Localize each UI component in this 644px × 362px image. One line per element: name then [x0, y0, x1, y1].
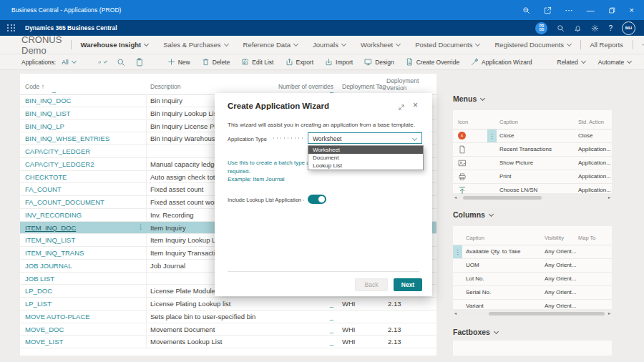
menus-row[interactable]: ⋮Show PictureApplication... — [453, 157, 612, 170]
overrides-link[interactable]: _ — [263, 326, 333, 333]
row-handle-icon[interactable]: ⋮ — [453, 245, 462, 258]
columns-row[interactable]: ⋮Available Qty. to TakeAny Orient... — [453, 245, 612, 259]
dropdown-option-lookup-list[interactable]: Lookup List — [308, 162, 423, 170]
edit-list-button[interactable]: Edit List — [241, 58, 273, 66]
column-header-code[interactable]: Code ↑ — [25, 83, 44, 90]
design-button[interactable]: Design — [364, 58, 394, 66]
minimize-icon[interactable]: — — [587, 6, 595, 14]
application-code-link[interactable]: MOVE AUTO-PLACE — [25, 313, 90, 321]
include-lookup-list-toggle[interactable] — [308, 195, 326, 204]
application-code-link[interactable]: CAPACITY_LEDGER2 — [25, 160, 94, 168]
settings-gear-icon[interactable] — [591, 24, 599, 32]
next-button[interactable]: Next — [394, 278, 422, 291]
table-row[interactable]: MOVE_DOC⋮Movement Document_WHI2.13 — [20, 323, 436, 336]
scroll-left-icon[interactable]: ◂ — [454, 310, 457, 316]
nav-item-worksheet[interactable]: Worksheet — [361, 41, 400, 49]
application-code-link[interactable]: LP_LIST — [25, 300, 52, 308]
application-code-link[interactable]: BIN_INQ_DOC — [25, 97, 71, 104]
menus-section-heading[interactable]: Menus — [453, 94, 484, 103]
nav-item-sales-purchases[interactable]: Sales & Purchases — [163, 41, 228, 49]
application-code-link[interactable]: LP_DOC — [25, 287, 52, 295]
scrollbar-thumb[interactable] — [489, 312, 605, 315]
scroll-right-icon[interactable]: ▸ — [608, 195, 610, 200]
factboxes-section-heading[interactable]: Factboxes — [453, 328, 498, 336]
application-code-link[interactable]: MOVE_LIST — [25, 338, 63, 346]
table-row[interactable]: MOVE_LIST⋮Movements Lookup List_WHI2.13 — [20, 336, 436, 348]
application-code-link[interactable]: JOB JOURNAL — [25, 262, 72, 270]
application-code-link[interactable]: ITEM_INQ_TRANS — [25, 249, 84, 257]
action-label: Design — [375, 59, 394, 66]
application-code-link[interactable]: MOVE_DOC — [25, 326, 64, 333]
application-type-combobox[interactable]: Worksheet — [308, 132, 422, 144]
column-header-overrides[interactable]: Number of overrides — [256, 83, 333, 90]
delete-button[interactable]: Delete — [202, 58, 230, 66]
more-icon[interactable]: ⋯ — [565, 6, 573, 14]
nav-item-posted-documents[interactable]: Posted Documents — [415, 41, 479, 49]
overrides-link[interactable]: _ — [263, 300, 333, 308]
scroll-right-icon[interactable]: ▸ — [608, 310, 610, 316]
view-filter-all[interactable]: All — [62, 59, 75, 66]
column-header-deployment-version[interactable]: DeploymentVersion — [386, 77, 419, 92]
menus-header-icon: Icon — [458, 119, 468, 125]
application-code-link[interactable]: BIN_INQ_WHSE_ENTRIES — [25, 134, 109, 142]
scrollbar-thumb[interactable] — [463, 196, 542, 200]
row-handle-icon[interactable]: ⋮ — [487, 129, 497, 142]
application-code-link[interactable]: CAPACITY_LEDGER — [25, 147, 90, 155]
column-header-description[interactable]: Description — [150, 83, 181, 90]
nav-item-all-reports[interactable]: All Reports — [590, 41, 623, 49]
automate-menu[interactable]: Automate — [598, 59, 631, 66]
dropdown-option-document[interactable]: Document — [308, 154, 423, 162]
application-code-link[interactable]: CHECKTOTE — [25, 173, 67, 181]
nav-item-journals[interactable]: Journals — [313, 41, 346, 49]
dialog-close-icon[interactable]: × — [413, 100, 418, 110]
application-code-link[interactable]: BIN_INQ_LP — [25, 122, 64, 130]
application-code-link[interactable]: BIN_INQ_LIST — [25, 109, 70, 117]
nav-item-warehouse-insight[interactable]: Warehouse Insight — [81, 41, 149, 49]
nav-item-reference-data[interactable]: Reference Data — [243, 41, 298, 49]
company-name[interactable]: CRONUS Demo — [21, 34, 62, 56]
overrides-link[interactable]: _ — [263, 338, 333, 346]
application-code-link[interactable]: FA_COUNT — [25, 185, 62, 193]
columns-row[interactable]: ⋮Lot No.Any Orient... — [453, 273, 612, 286]
zoom-out-icon[interactable] — [522, 6, 530, 14]
app-launcher-icon[interactable] — [7, 24, 16, 31]
search-list-icon[interactable] — [117, 58, 125, 67]
application-code-link[interactable]: INV_RECORDING — [25, 211, 82, 219]
close-icon[interactable]: × — [630, 6, 634, 14]
export-button[interactable]: Export — [286, 58, 314, 66]
menus-row[interactable]: ⋮Recent TransactionsApplication... — [453, 143, 612, 157]
dialog-expand-icon[interactable] — [398, 104, 405, 111]
views-icon[interactable] — [98, 58, 107, 67]
new-button[interactable]: New — [167, 58, 190, 66]
analysis-clipboard-icon[interactable] — [135, 58, 144, 67]
column-header-deployment-tag[interactable]: Deployment Tag — [342, 83, 386, 90]
scroll-left-icon[interactable]: ◂ — [454, 195, 457, 200]
columns-section-heading[interactable]: Columns — [453, 210, 493, 219]
row-handle-icon[interactable]: ⋮ — [137, 223, 144, 230]
restore-icon[interactable] — [608, 6, 616, 14]
notifications-bell-icon[interactable] — [574, 24, 582, 32]
menus-row[interactable]: ×⋮CloseClose — [453, 129, 612, 143]
popout-icon[interactable] — [544, 6, 552, 14]
search-icon[interactable] — [557, 24, 565, 32]
table-row[interactable]: LP_LIST⋮License Plating Lookup list_WHI2… — [20, 298, 436, 310]
columns-row[interactable]: ⋮Serial No.Any Orient... — [453, 286, 612, 300]
nav-item-registered-documents[interactable]: Registered Documents — [494, 41, 571, 49]
application-code-link[interactable]: JOB LIST — [25, 275, 54, 283]
columns-row[interactable]: ⋮UOMAny Orient... — [453, 259, 612, 273]
application-code-link[interactable]: ITEM_INQ_DOC — [25, 224, 76, 232]
create-override-button[interactable]: Create Override — [406, 58, 459, 66]
table-row[interactable]: MOVE AUTO-PLACE⋮Sets place bin to user-s… — [20, 310, 436, 323]
help-icon[interactable]: ? — [608, 24, 613, 32]
overrides-link[interactable]: _ — [263, 313, 333, 321]
import-button[interactable]: Import — [325, 58, 353, 66]
application-wizard-button[interactable]: Application Wizard — [471, 58, 532, 66]
menus-row[interactable]: ⋮PrintApplication... — [453, 170, 612, 184]
user-avatar[interactable]: MH — [622, 21, 635, 35]
back-button[interactable]: Back — [355, 278, 388, 291]
application-code-link[interactable]: ITEM_INQ_LIST — [25, 236, 75, 244]
environment-badge[interactable]: PR OD — [535, 22, 547, 34]
related-menu[interactable]: Related — [557, 59, 585, 66]
dropdown-option-worksheet[interactable]: Worksheet — [308, 146, 423, 154]
application-code-link[interactable]: FA_COUNT_DOCUMENT — [25, 198, 104, 206]
